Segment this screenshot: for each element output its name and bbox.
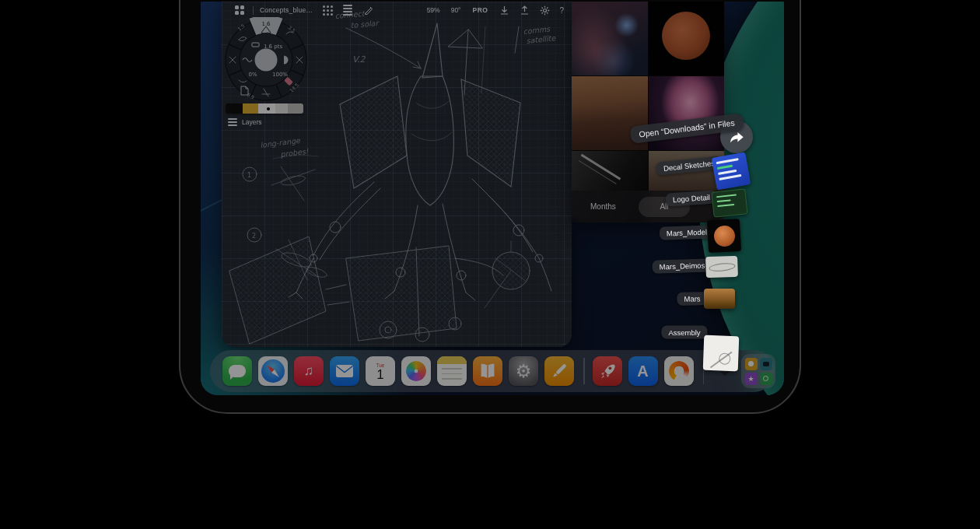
ipad-device-frame: connect to solar comms satellite V.2 lon… bbox=[179, 0, 801, 414]
color-palette-bar[interactable] bbox=[226, 103, 303, 114]
drag-item-label: Assembly bbox=[661, 326, 707, 339]
draw-app-icon[interactable] bbox=[544, 356, 574, 386]
clock-mini-icon bbox=[760, 373, 772, 385]
speech-bubble-icon bbox=[229, 365, 246, 377]
pen-ruler-icon[interactable] bbox=[362, 4, 374, 16]
document-title[interactable]: Concepts_blue… bbox=[260, 6, 313, 14]
zoom-level[interactable]: 59% bbox=[427, 6, 440, 14]
camera-mini-icon bbox=[760, 358, 772, 370]
tool-wheel[interactable]: 1.6 1.5 3.5 14.5 8.9 1.6 pts 0% 10 bbox=[223, 17, 309, 103]
precision-grid-icon[interactable] bbox=[321, 4, 334, 16]
mail-app-icon[interactable] bbox=[330, 356, 359, 386]
svg-text:probes!: probes! bbox=[280, 147, 310, 159]
app-store-icon[interactable]: A bbox=[628, 356, 658, 386]
concepts-app-window[interactable]: connect to solar comms satellite V.2 lon… bbox=[222, 2, 572, 347]
bottom-module-sketch bbox=[229, 236, 530, 344]
photo-nebula[interactable] bbox=[572, 2, 648, 75]
settings-app-icon[interactable]: ⚙ bbox=[509, 356, 538, 386]
help-button[interactable]: ? bbox=[559, 6, 564, 15]
compass-icon bbox=[261, 359, 285, 383]
calendar-day: 1 bbox=[376, 368, 383, 382]
opacity-min-label: 0% bbox=[248, 72, 257, 78]
canvas-angle[interactable]: 90° bbox=[451, 6, 461, 14]
photos-app-icon[interactable] bbox=[401, 356, 431, 386]
envelope-icon bbox=[335, 364, 354, 378]
concepts-toolbar: Concepts_blue… 59% 90° PRO bbox=[222, 2, 572, 19]
svg-text:long-range: long-range bbox=[260, 136, 302, 149]
svg-text:to solar: to solar bbox=[350, 19, 380, 30]
appstore-letter: A bbox=[637, 363, 648, 380]
rocket-app-icon[interactable] bbox=[593, 356, 622, 386]
drag-thumb-decal-sketches[interactable] bbox=[712, 152, 751, 190]
layers-label: Layers bbox=[242, 118, 262, 126]
marketing-stage: connect to solar comms satellite V.2 lon… bbox=[0, 0, 980, 529]
concepts-c-swirl-icon bbox=[669, 361, 689, 381]
layers-button[interactable]: Layers bbox=[228, 118, 262, 126]
swatch-gold[interactable] bbox=[243, 103, 258, 114]
layers-list-icon[interactable] bbox=[341, 4, 354, 16]
drag-thumb-mars-deimos[interactable] bbox=[705, 256, 738, 278]
dock: ♫ Tue 1 ⚙ bbox=[210, 350, 775, 392]
notes-app-icon[interactable] bbox=[437, 356, 467, 386]
swatch-light-gray[interactable] bbox=[275, 103, 288, 114]
stroke-width-value: 1.6 pts bbox=[264, 44, 283, 50]
pen-icon bbox=[548, 359, 571, 383]
opacity-max-label: 100% bbox=[272, 72, 288, 78]
page-tool-icon[interactable] bbox=[240, 86, 249, 96]
drag-thumb-assembly[interactable] bbox=[703, 335, 740, 372]
books-app-icon[interactable] bbox=[473, 356, 502, 386]
ipad-screen: connect to solar comms satellite V.2 lon… bbox=[201, 2, 784, 395]
toolbar-separator bbox=[253, 6, 254, 15]
safari-app-icon[interactable] bbox=[258, 356, 288, 386]
drag-item-label: Mars bbox=[677, 292, 707, 306]
drag-thumb-logo-detail[interactable] bbox=[711, 188, 747, 217]
drag-item-label: Mars_Model bbox=[660, 225, 715, 240]
segment-months[interactable]: Months bbox=[590, 202, 616, 211]
color-puck[interactable] bbox=[255, 49, 278, 72]
drag-thumb-mars[interactable] bbox=[704, 289, 735, 309]
photo-grid bbox=[572, 2, 724, 222]
messages-app-icon[interactable] bbox=[222, 356, 252, 386]
app-library-icon[interactable]: ★ bbox=[741, 354, 775, 388]
selected-color-dot bbox=[267, 107, 270, 110]
apps-grid-icon[interactable] bbox=[233, 4, 246, 16]
tips-mini-icon bbox=[745, 358, 758, 370]
concepts-app-icon[interactable] bbox=[664, 356, 694, 386]
calendar-app-icon[interactable]: Tue 1 bbox=[366, 356, 395, 386]
selected-tool-size: 1.6 bbox=[261, 21, 271, 27]
gear-icon: ⚙ bbox=[516, 361, 532, 382]
svg-text:satellite: satellite bbox=[526, 33, 557, 45]
layers-icon bbox=[228, 118, 237, 126]
photos-app-window[interactable]: Months All bbox=[572, 2, 724, 222]
flower-icon bbox=[406, 361, 426, 381]
settings-gear-icon[interactable] bbox=[538, 4, 551, 16]
export-share-icon[interactable] bbox=[518, 4, 530, 16]
svg-text:1: 1 bbox=[247, 172, 251, 179]
notes-header-strip bbox=[437, 356, 467, 364]
svg-text:2: 2 bbox=[252, 233, 256, 240]
drag-thumb-mars-model[interactable] bbox=[707, 219, 741, 253]
music-note-icon: ♫ bbox=[304, 363, 314, 379]
photo-mars-globe[interactable] bbox=[649, 2, 725, 75]
swatch-black[interactable] bbox=[226, 103, 243, 114]
pro-badge[interactable]: PRO bbox=[473, 6, 488, 14]
import-icon[interactable] bbox=[498, 4, 510, 16]
music-app-icon[interactable]: ♫ bbox=[294, 356, 324, 386]
dock-divider bbox=[583, 358, 585, 384]
drag-item-label: Mars_Deimos bbox=[652, 258, 712, 274]
swatch-gray[interactable] bbox=[288, 103, 303, 114]
rocket-icon bbox=[597, 360, 618, 382]
star-mini-icon: ★ bbox=[745, 373, 758, 385]
open-book-icon bbox=[478, 362, 498, 380]
svg-text:V.2: V.2 bbox=[352, 54, 366, 65]
